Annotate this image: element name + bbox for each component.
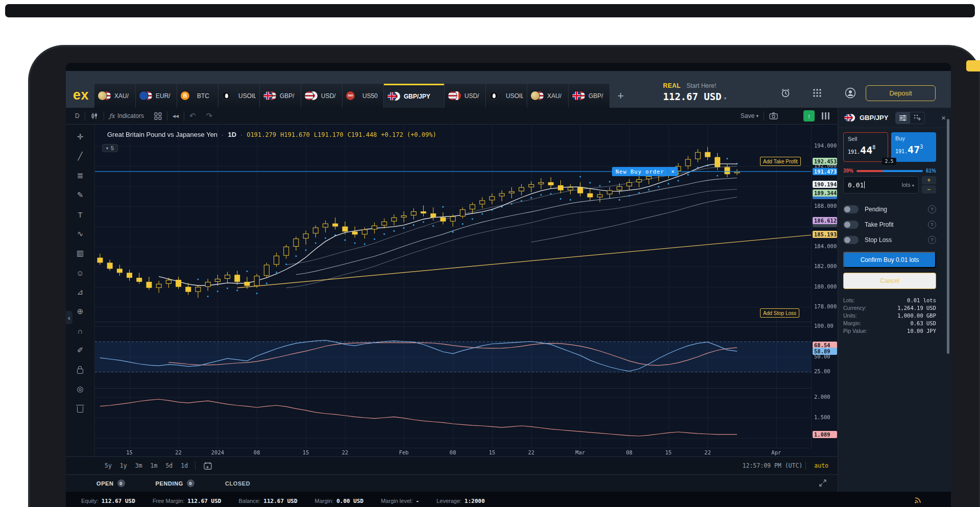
range-3m[interactable]: 3m xyxy=(131,462,146,469)
undo-icon[interactable]: ↶ xyxy=(184,108,201,124)
range-1m[interactable]: 1m xyxy=(146,462,162,469)
base-currency-icon xyxy=(448,91,457,100)
account-type-row: REAL Start Here! xyxy=(663,82,727,89)
account-selector[interactable]: REAL Start Here! 112.67 USD▾ xyxy=(663,82,727,102)
emoji-icon[interactable]: ☺ xyxy=(73,265,87,280)
range-5d[interactable]: 5d xyxy=(161,462,177,469)
price-axis-label: 194.000 xyxy=(814,142,837,149)
one-click-trading-icon[interactable] xyxy=(910,112,924,124)
text-icon[interactable]: T xyxy=(73,207,87,222)
deposit-button[interactable]: Deposit xyxy=(866,85,936,101)
status-value: 112.67 USD xyxy=(263,498,297,504)
price-axis-label: 188.000 xyxy=(814,203,837,209)
volume-stepper: + − xyxy=(922,176,936,194)
goto-date-icon[interactable] xyxy=(199,457,217,474)
add-stop-loss-tag[interactable]: Add Stop Loss xyxy=(760,308,799,318)
brush-icon[interactable]: ✎ xyxy=(73,188,87,202)
chart-plot[interactable]: Great Britain Pound vs Japanese Yen · 1D… xyxy=(95,125,811,448)
magnet-icon[interactable]: ∩ xyxy=(73,324,87,338)
status-equity-: Equity:112.67 USD xyxy=(81,493,135,507)
time-axis[interactable]: 15222024081522Feb081522Mar081522Apr xyxy=(95,448,811,456)
instrument-tab-US50[interactable]: 500US50 xyxy=(342,84,383,108)
trendline-icon[interactable]: ╱ xyxy=(73,149,87,163)
pending-toggle[interactable] xyxy=(843,205,859,213)
footer-right: 12:57:09 PM (UTC) auto xyxy=(743,462,838,470)
range-1y[interactable]: 1y xyxy=(116,462,131,469)
volume-input[interactable]: 0.01 lots ▾ xyxy=(843,176,919,194)
confirm-buy-button[interactable]: Confirm Buy 0.01 lots xyxy=(843,252,936,268)
panels-icon[interactable] xyxy=(822,112,829,119)
indicators-button[interactable]: ƒx Indicators xyxy=(104,108,149,124)
cancel-button[interactable]: Cancel xyxy=(843,273,936,289)
hide-icon[interactable]: ◎ xyxy=(73,382,87,396)
instrument-tab-XAU[interactable]: XAU/ xyxy=(527,84,568,108)
new-order-button[interactable]: ↑ xyxy=(803,110,815,122)
zoom-icon[interactable]: ⊕ xyxy=(73,304,87,319)
auto-scale-label[interactable]: auto xyxy=(814,462,828,469)
price-axis-label: 190.194 xyxy=(813,181,837,188)
stop-loss-toggle[interactable] xyxy=(843,236,859,244)
camera-icon[interactable] xyxy=(764,112,783,119)
profile-icon[interactable] xyxy=(844,86,857,100)
redo-icon[interactable]: ↷ xyxy=(201,108,218,124)
measure-icon[interactable]: ⊿ xyxy=(73,285,87,299)
price-axis-label: 58.89 xyxy=(813,348,837,355)
alarm-icon[interactable] xyxy=(779,86,792,100)
start-here-hint: Start Here! xyxy=(687,82,716,89)
sidebar-collapse-arrow[interactable]: ‹ xyxy=(66,311,72,324)
price-axis-label: 1.089 xyxy=(813,431,837,438)
panel-scrollbar[interactable] xyxy=(947,119,949,354)
sentiment-bar xyxy=(856,170,923,172)
sell-button[interactable]: Sell 191.448 xyxy=(843,132,888,162)
forecast-icon[interactable]: ▥ xyxy=(73,246,87,260)
instrument-tab-USD[interactable]: USD/ xyxy=(445,84,485,108)
delete-icon[interactable] xyxy=(73,401,87,416)
apps-grid-icon[interactable] xyxy=(811,86,824,100)
base-currency-icon xyxy=(572,91,581,100)
positions-tab-closed[interactable]: CLOSED xyxy=(225,480,250,487)
instrument-tab-EUR[interactable]: EUR/ xyxy=(136,84,177,108)
range-5y[interactable]: 5y xyxy=(101,462,116,469)
fib-retracement-icon[interactable]: ≣ xyxy=(73,168,87,183)
volume-unit-dropdown[interactable]: lots ▾ xyxy=(902,182,914,188)
candles-icon[interactable] xyxy=(85,108,104,124)
close-panel-icon[interactable]: × xyxy=(941,113,946,122)
draw-icon[interactable]: ✐ xyxy=(73,343,87,357)
add-take-profit-tag[interactable]: Add Take Profit xyxy=(760,157,801,166)
indicators-collapse-chip[interactable]: ▾ 5 xyxy=(102,144,118,152)
lock-icon[interactable] xyxy=(73,363,87,377)
crosshair-icon[interactable]: ✛ xyxy=(73,130,87,144)
help-icon[interactable]: ? xyxy=(928,205,936,213)
instrument-tab-GBP[interactable]: GBP/ xyxy=(569,84,609,108)
instrument-tab-XAU[interactable]: XAU/ xyxy=(94,84,135,108)
instrument-tab-GBP[interactable]: GBP/ xyxy=(260,84,301,108)
instrument-tab-USOIL[interactable]: USOIL xyxy=(218,84,259,108)
instrument-tab-BTC[interactable]: BBTC xyxy=(177,84,218,108)
close-icon[interactable]: ✕ xyxy=(668,168,678,174)
order-settings-icon[interactable] xyxy=(896,112,910,124)
add-instrument-button[interactable]: + xyxy=(610,84,631,108)
buy-button[interactable]: Buy 191.473 xyxy=(891,132,936,162)
price-axis[interactable]: 194.000192.000188.000184.000182.000180.0… xyxy=(811,125,838,448)
instrument-tab-USD[interactable]: USD/ xyxy=(301,84,342,108)
volume-decrease-button[interactable]: − xyxy=(922,185,936,194)
replay-icon[interactable]: ◂◂ xyxy=(167,108,184,124)
multichart-icon[interactable] xyxy=(149,108,167,124)
save-button[interactable]: Save ▾ xyxy=(736,112,764,119)
volume-increase-button[interactable]: + xyxy=(922,176,936,184)
instrument-tab-GBPJPY[interactable]: GBP/JPY xyxy=(384,84,444,108)
instrument-tab-USOIL[interactable]: USOIL xyxy=(486,84,527,108)
symbol-title: Great Britain Pound vs Japanese Yen xyxy=(107,131,217,138)
legend-timeframe: 1D xyxy=(228,131,236,138)
help-icon[interactable]: ? xyxy=(928,221,936,229)
positions-tab-open[interactable]: OPEN0 xyxy=(96,479,125,487)
expand-icon[interactable] xyxy=(819,479,826,487)
pattern-icon[interactable]: ∿ xyxy=(73,227,87,241)
help-icon[interactable]: ? xyxy=(928,236,936,244)
new-buy-order-tag[interactable]: New Buy order ✕ xyxy=(612,167,678,176)
positions-tab-pending[interactable]: PENDING0 xyxy=(156,479,194,487)
timeframe-button[interactable]: D xyxy=(70,108,85,124)
range-1d[interactable]: 1d xyxy=(177,462,192,469)
take-profit-toggle[interactable] xyxy=(843,221,859,229)
clock-label[interactable]: 12:57:09 PM (UTC) xyxy=(743,462,803,469)
